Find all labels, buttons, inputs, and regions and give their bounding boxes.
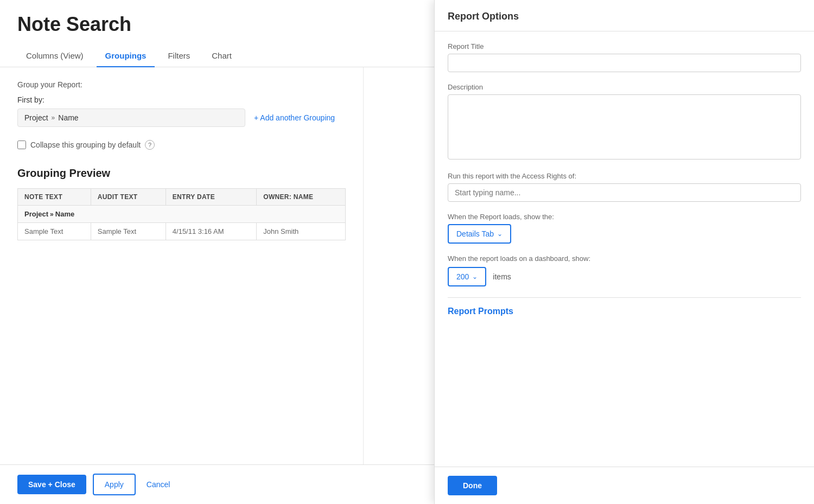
dashboard-items-label: items [493, 272, 511, 281]
right-panel-body: Report Title Description Run this report… [435, 31, 814, 467]
done-button[interactable]: Done [448, 476, 497, 495]
right-panel-header: Report Options [435, 0, 814, 31]
grouping-chevron-icon: » [52, 114, 55, 122]
dashboard-label: When the report loads on a dashboard, sh… [448, 254, 801, 263]
preview-section: Grouping Preview NOTE TEXT AUDIT TEXT EN… [17, 167, 346, 240]
access-rights-input[interactable] [448, 183, 801, 202]
add-grouping-link[interactable]: + Add another Grouping [254, 113, 335, 122]
divider [448, 297, 801, 298]
col-entry-date: ENTRY DATE [166, 189, 256, 206]
dashboard-row: 200 ⌄ items [448, 267, 801, 286]
collapse-row: Collapse this grouping by default ? [17, 140, 346, 150]
description-textarea[interactable] [448, 94, 801, 160]
dashboard-value: 200 [456, 272, 469, 281]
collapse-label: Collapse this grouping by default [30, 141, 141, 149]
cell-owner: John Smith [257, 223, 346, 240]
project-chevron-icon: » [50, 210, 54, 218]
access-rights-label: Run this report with the Access Rights o… [448, 172, 801, 180]
table-header-row: NOTE TEXT AUDIT TEXT ENTRY DATE OWNER: N… [18, 189, 346, 206]
tab-groupings[interactable]: Groupings [97, 44, 155, 67]
description-label: Description [448, 83, 801, 91]
report-prompts-link[interactable]: Report Prompts [448, 307, 513, 316]
report-prompts-group: Report Prompts [448, 307, 801, 316]
help-icon[interactable]: ? [145, 140, 155, 150]
collapse-checkbox[interactable] [17, 141, 26, 149]
right-panel-footer: Done [435, 467, 814, 504]
group-row: Project»Name [18, 206, 346, 223]
dashboard-select[interactable]: 200 ⌄ [448, 267, 486, 286]
first-by-label: First by: [17, 95, 346, 104]
right-panel-title: Report Options [448, 11, 801, 22]
save-close-button[interactable]: Save + Close [17, 475, 86, 494]
show-tab-chevron-icon: ⌄ [497, 230, 503, 238]
preview-table: NOTE TEXT AUDIT TEXT ENTRY DATE OWNER: N… [17, 188, 346, 240]
apply-button[interactable]: Apply [93, 474, 136, 495]
tab-chart[interactable]: Chart [203, 44, 240, 67]
dashboard-group: When the report loads on a dashboard, sh… [448, 254, 801, 286]
cell-entry-date: 4/15/11 3:16 AM [166, 223, 256, 240]
description-group: Description [448, 83, 801, 161]
cell-note-text: Sample Text [18, 223, 91, 240]
report-title-label: Report Title [448, 42, 801, 50]
cell-audit-text: Sample Text [91, 223, 166, 240]
report-title-input[interactable] [448, 54, 801, 72]
col-owner-name: OWNER: NAME [257, 189, 346, 206]
page-wrapper: Note Search Columns (View) Groupings Fil… [0, 0, 814, 504]
access-rights-group: Run this report with the Access Rights o… [448, 172, 801, 202]
grouping-row: Project » Name + Add another Grouping [17, 109, 346, 127]
tab-filters[interactable]: Filters [159, 44, 199, 67]
group-row-cell: Project»Name [18, 206, 346, 223]
tab-columns[interactable]: Columns (View) [17, 44, 92, 67]
cancel-button[interactable]: Cancel [142, 475, 175, 494]
table-row: Sample Text Sample Text 4/15/11 3:16 AM … [18, 223, 346, 240]
show-tab-select[interactable]: Details Tab ⌄ [448, 224, 511, 244]
show-tab-value: Details Tab [456, 229, 494, 238]
show-tab-label: When the Report loads, show the: [448, 213, 801, 221]
report-title-group: Report Title [448, 42, 801, 72]
col-note-text: NOTE TEXT [18, 189, 91, 206]
group-report-label: Group your Report: [17, 80, 346, 89]
grouping-name-text: Name [58, 113, 78, 122]
group-row-project: Project [24, 210, 48, 218]
show-tab-group: When the Report loads, show the: Details… [448, 213, 801, 244]
preview-title: Grouping Preview [17, 167, 346, 180]
dashboard-chevron-icon: ⌄ [472, 273, 478, 280]
left-panel: Group your Report: First by: Project » N… [0, 67, 364, 464]
grouping-select[interactable]: Project » Name [17, 109, 245, 127]
group-row-name: Name [55, 210, 74, 218]
grouping-project-text: Project [24, 113, 48, 122]
col-audit-text: AUDIT TEXT [91, 189, 166, 206]
right-panel: Report Options Report Title Description … [434, 0, 814, 504]
